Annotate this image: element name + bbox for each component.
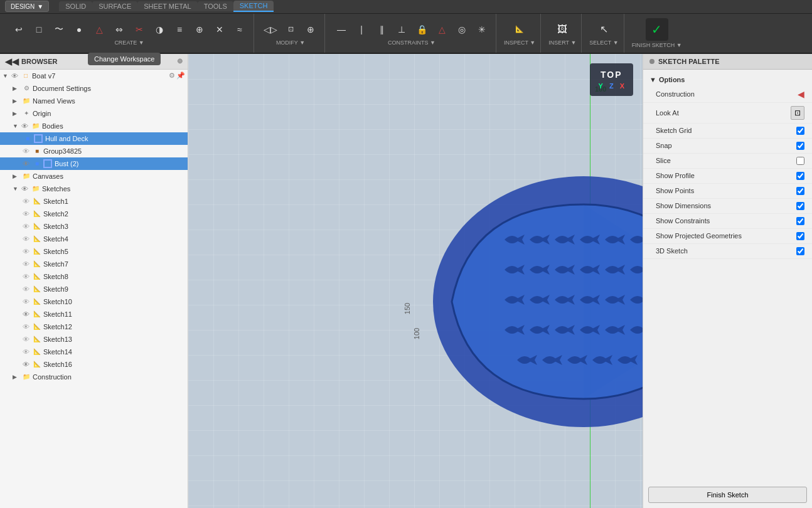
- select-label[interactable]: SELECT ▼: [589, 40, 618, 46]
- fillet-icon[interactable]: ≈: [231, 21, 248, 38]
- eye-sketch9[interactable]: 👁: [23, 285, 29, 293]
- eye-sketch1[interactable]: 👁: [23, 198, 29, 205]
- tree-item-sketch1[interactable]: 👁 📐 Sketch1: [0, 195, 188, 208]
- parallel-icon[interactable]: ∥: [373, 21, 390, 38]
- snap-checkbox[interactable]: [796, 142, 804, 150]
- palette-row-lookat[interactable]: Look At ⊡: [643, 103, 812, 124]
- pin-icon-boat[interactable]: 📌: [176, 71, 185, 80]
- eye-sketch2[interactable]: 👁: [23, 210, 29, 218]
- eye-sketch14[interactable]: 👁: [23, 348, 29, 356]
- finish-sketch-label[interactable]: FINISH SKETCH ▼: [632, 42, 682, 48]
- show-projected-checkbox[interactable]: [796, 232, 804, 240]
- palette-row-sketch-grid[interactable]: Sketch Grid: [643, 124, 812, 139]
- show-profile-checkbox[interactable]: [796, 172, 804, 180]
- tree-item-sketch9[interactable]: 👁 📐 Sketch9: [0, 283, 188, 295]
- undo-icon[interactable]: ↩: [10, 21, 28, 38]
- slice-checkbox[interactable]: [796, 157, 804, 165]
- tab-surface[interactable]: SURFACE: [92, 1, 137, 11]
- tree-item-sketch5[interactable]: 👁 📐 Sketch5: [0, 245, 188, 258]
- tab-sheet-metal[interactable]: SHEET METAL: [137, 1, 197, 11]
- tab-tools[interactable]: TOOLS: [198, 1, 233, 11]
- palette-row-3d-sketch[interactable]: 3D Sketch: [643, 244, 812, 259]
- finish-sketch-button[interactable]: Finish Sketch: [648, 487, 807, 503]
- tree-item-sketch4[interactable]: 👁 📐 Sketch4: [0, 233, 188, 245]
- tree-item-group34825[interactable]: 👁 ■ Group34825: [0, 145, 188, 157]
- concentric-icon[interactable]: ◎: [453, 21, 471, 38]
- palette-row-show-points[interactable]: Show Points: [643, 184, 812, 199]
- eye-sketch13[interactable]: 👁: [23, 336, 29, 343]
- lookat-btn[interactable]: ⊡: [791, 106, 804, 120]
- cross-icon[interactable]: ✕: [211, 21, 228, 38]
- create-label[interactable]: CREATE ▼: [114, 40, 144, 46]
- tree-item-boat-v7[interactable]: ▼ 👁 □ Boat v7 ⚙ 📌: [0, 70, 188, 82]
- finish-sketch-checkmark[interactable]: ✓: [646, 18, 668, 41]
- tab-sketch[interactable]: SKETCH: [233, 1, 274, 12]
- eye-sketch8[interactable]: 👁: [23, 273, 29, 280]
- eye-sketch7[interactable]: 👁: [23, 260, 29, 268]
- tree-item-sketch7[interactable]: 👁 📐 Sketch7: [0, 258, 188, 270]
- tree-item-origin[interactable]: ▶ ✦ Origin: [0, 107, 188, 120]
- select-icon[interactable]: ↖: [595, 21, 612, 38]
- arrow-canvases[interactable]: ▶: [13, 173, 20, 179]
- tree-item-sketch8[interactable]: 👁 📐 Sketch8: [0, 270, 188, 283]
- pattern-icon[interactable]: ≡: [171, 21, 188, 38]
- tree-item-sketch14[interactable]: 👁 📐 Sketch14: [0, 346, 188, 358]
- rectangle-icon[interactable]: □: [30, 21, 48, 38]
- tree-item-doc-settings[interactable]: ▶ ⚙ Document Settings: [0, 82, 188, 95]
- eye-sketch12[interactable]: 👁: [23, 323, 29, 331]
- eye-sketch4[interactable]: 👁: [23, 235, 29, 243]
- arrow-doc-settings[interactable]: ▶: [13, 85, 20, 92]
- show-dimensions-checkbox[interactable]: [796, 202, 804, 210]
- eye-sketch3[interactable]: 👁: [23, 223, 29, 230]
- arc-icon[interactable]: ⊕: [191, 21, 208, 38]
- palette-row-show-projected[interactable]: Show Projected Geometries: [643, 229, 812, 244]
- insert-label[interactable]: INSERT ▼: [548, 40, 576, 46]
- tree-item-sketch2[interactable]: 👁 📐 Sketch2: [0, 208, 188, 220]
- palette-row-snap[interactable]: Snap: [643, 139, 812, 154]
- vertical-icon[interactable]: |: [353, 21, 370, 38]
- constraints-label[interactable]: CONSTRAINTS ▼: [388, 40, 435, 46]
- workspace-button[interactable]: DESIGN ▼: [5, 1, 49, 12]
- tab-solid[interactable]: SOLID: [59, 1, 92, 11]
- tree-item-named-views[interactable]: ▶ 📁 Named Views: [0, 95, 188, 107]
- insert-image-icon[interactable]: 🖼: [553, 21, 571, 38]
- tree-item-bust-2[interactable]: 👁 ■ Bust (2): [0, 157, 188, 170]
- perpendicular-icon[interactable]: ⊥: [393, 21, 410, 38]
- eye-bodies[interactable]: 👁: [21, 122, 28, 130]
- show-constraints-checkbox[interactable]: [796, 217, 804, 225]
- spline-icon[interactable]: 〜: [50, 21, 68, 38]
- arrow-origin[interactable]: ▶: [13, 110, 20, 117]
- palette-row-show-profile[interactable]: Show Profile: [643, 169, 812, 184]
- eye-sketch10[interactable]: 👁: [23, 298, 29, 305]
- tree-item-sketch12[interactable]: 👁 📐 Sketch12: [0, 320, 188, 333]
- dimension-icon[interactable]: ⇔: [110, 21, 128, 38]
- show-points-checkbox[interactable]: [796, 187, 804, 195]
- palette-row-slice[interactable]: Slice: [643, 154, 812, 169]
- triangle-icon[interactable]: △: [90, 21, 108, 38]
- measure-icon[interactable]: 📐: [511, 21, 528, 38]
- arrow-sketches[interactable]: ▼: [13, 186, 20, 192]
- eye-sketch11[interactable]: 👁: [23, 310, 29, 318]
- eye-sketch16[interactable]: 👁: [23, 361, 29, 368]
- offset-icon[interactable]: ◑: [151, 21, 168, 38]
- palette-row-construction[interactable]: Construction ◀: [643, 86, 812, 103]
- eye-group34825[interactable]: 👁: [23, 147, 29, 155]
- tree-item-sketch13[interactable]: 👁 📐 Sketch13: [0, 333, 188, 346]
- eye-bust-2[interactable]: 👁: [23, 160, 29, 167]
- arrow-named-views[interactable]: ▶: [13, 98, 20, 104]
- tree-item-sketch10[interactable]: 👁 📐 Sketch10: [0, 295, 188, 308]
- palette-row-show-constraints[interactable]: Show Constraints: [643, 214, 812, 229]
- circle-icon[interactable]: ●: [70, 21, 88, 38]
- tree-item-canvases[interactable]: ▶ 📁 Canvases: [0, 170, 188, 183]
- tree-item-hull-deck[interactable]: ■ Hull and Deck: [0, 132, 188, 145]
- tree-item-sketches[interactable]: ▼ 👁 📁 Sketches: [0, 183, 188, 195]
- palette-row-show-dimensions[interactable]: Show Dimensions: [643, 199, 812, 214]
- options-arrow[interactable]: ▼: [649, 76, 656, 83]
- tree-item-construction[interactable]: ▶ 📁 Construction: [0, 371, 188, 383]
- 3d-sketch-checkbox[interactable]: [796, 247, 804, 255]
- eye-sketch5[interactable]: 👁: [23, 248, 29, 255]
- horizontal-icon[interactable]: —: [333, 21, 350, 38]
- arrow-bodies[interactable]: ▼: [13, 123, 20, 129]
- scale-icon[interactable]: ⊡: [282, 21, 299, 38]
- equal-icon[interactable]: △: [433, 21, 451, 38]
